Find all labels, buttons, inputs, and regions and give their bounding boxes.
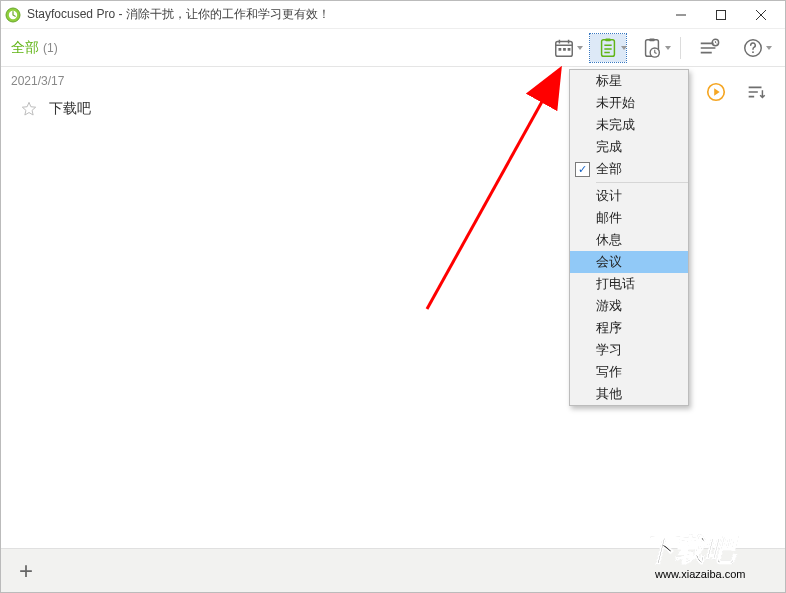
- minimize-button[interactable]: [661, 1, 701, 29]
- help-button[interactable]: [735, 34, 771, 62]
- menu-item-label: 全部: [594, 160, 680, 178]
- menu-item[interactable]: 游戏: [570, 295, 688, 317]
- menu-item[interactable]: 写作: [570, 361, 688, 383]
- menu-item[interactable]: 程序: [570, 317, 688, 339]
- menu-item-label: 标星: [594, 72, 680, 90]
- list-view-button[interactable]: [691, 34, 727, 62]
- bottom-bar: +: [1, 548, 785, 592]
- menu-item-label: 游戏: [594, 297, 680, 315]
- svg-rect-10: [649, 38, 655, 41]
- menu-item-label: 程序: [594, 319, 680, 337]
- menu-item-label: 未完成: [594, 116, 680, 134]
- menu-item[interactable]: 未完成: [570, 114, 688, 136]
- calendar-button[interactable]: [546, 34, 582, 62]
- time-filter-button[interactable]: [634, 34, 670, 62]
- title-bar: Stayfocused Pro - 消除干扰，让你的工作和学习更有效！: [1, 1, 785, 29]
- play-icon[interactable]: [705, 81, 727, 107]
- menu-item[interactable]: 标星: [570, 70, 688, 92]
- menu-item-label: 学习: [594, 341, 680, 359]
- menu-item[interactable]: 学习: [570, 339, 688, 361]
- menu-item-label: 写作: [594, 363, 680, 381]
- menu-item-label: 休息: [594, 231, 680, 249]
- app-icon: [5, 7, 21, 23]
- star-icon[interactable]: [21, 101, 37, 117]
- menu-item[interactable]: 会议: [570, 251, 688, 273]
- menu-item-label: 其他: [594, 385, 680, 403]
- filter-label[interactable]: 全部: [11, 39, 39, 57]
- menu-item-label: 邮件: [594, 209, 680, 227]
- menu-item-label: 打电话: [594, 275, 680, 293]
- close-button[interactable]: [741, 1, 781, 29]
- svg-rect-7: [602, 39, 615, 56]
- window-title: Stayfocused Pro - 消除干扰，让你的工作和学习更有效！: [27, 6, 661, 23]
- filter-count: (1): [43, 41, 58, 55]
- menu-separator: [596, 182, 688, 183]
- menu-item[interactable]: ✓全部: [570, 158, 688, 180]
- window-buttons: [661, 1, 781, 29]
- toolbar: 全部 (1): [1, 29, 785, 67]
- menu-item[interactable]: 打电话: [570, 273, 688, 295]
- category-dropdown-menu: 标星未开始未完成完成✓全部设计邮件休息会议打电话游戏程序学习写作其他: [569, 69, 689, 406]
- menu-item[interactable]: 未开始: [570, 92, 688, 114]
- toolbar-separator: [680, 37, 681, 59]
- maximize-button[interactable]: [701, 1, 741, 29]
- menu-item[interactable]: 休息: [570, 229, 688, 251]
- svg-rect-8: [605, 38, 611, 41]
- menu-item-label: 完成: [594, 138, 680, 156]
- menu-item-label: 设计: [594, 187, 680, 205]
- svg-rect-2: [717, 10, 726, 19]
- menu-item-label: 会议: [594, 253, 680, 271]
- sort-icon[interactable]: [745, 81, 767, 107]
- menu-item[interactable]: 其他: [570, 383, 688, 405]
- svg-rect-6: [568, 48, 571, 51]
- svg-point-14: [752, 51, 754, 53]
- category-filter-button[interactable]: [590, 34, 626, 62]
- menu-item[interactable]: 完成: [570, 136, 688, 158]
- menu-item-label: 未开始: [594, 94, 680, 112]
- svg-rect-5: [563, 48, 566, 51]
- add-button[interactable]: +: [11, 557, 41, 585]
- menu-item[interactable]: 设计: [570, 185, 688, 207]
- menu-item[interactable]: 邮件: [570, 207, 688, 229]
- app-window: Stayfocused Pro - 消除干扰，让你的工作和学习更有效！ 全部 (…: [0, 0, 786, 593]
- svg-rect-4: [559, 48, 562, 51]
